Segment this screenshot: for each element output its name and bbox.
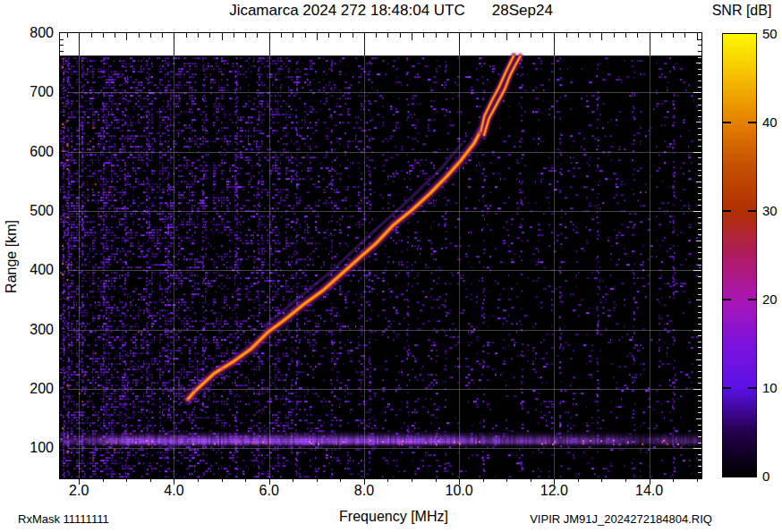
colorbar-tick-mark <box>748 210 756 212</box>
colorbar-tick-label: 40 <box>762 114 778 130</box>
x-minor-tick <box>222 479 223 482</box>
x-minor-tick <box>245 479 246 482</box>
file-id-label: VIPIR JM91J_2024272184804.RIQ <box>465 512 712 526</box>
x-minor-tick <box>650 479 650 485</box>
y-tick-label: 700 <box>20 84 54 100</box>
x-minor-tick <box>103 479 104 482</box>
rxmask-label: RxMask 11111111 <box>18 512 109 526</box>
x-tick-label: 4.0 <box>164 483 183 499</box>
colorbar <box>722 33 757 477</box>
x-minor-tick <box>531 479 531 482</box>
x-tick-label: 12.0 <box>540 483 568 499</box>
x-minor-tick <box>340 479 341 482</box>
x-minor-tick <box>554 479 555 485</box>
y-tick-label: 500 <box>20 203 54 219</box>
x-minor-tick <box>317 479 318 482</box>
x-minor-tick <box>269 479 270 485</box>
colorbar-tick-mark <box>723 122 731 123</box>
colorbar-tick-mark <box>723 299 731 300</box>
colorbar-gradient <box>723 34 756 477</box>
x-minor-tick <box>506 479 507 482</box>
colorbar-tick-label: 10 <box>762 380 778 395</box>
y-axis-label: Range [km] <box>4 220 20 293</box>
x-minor-tick <box>126 479 127 482</box>
x-tick-label: 10.0 <box>446 483 473 499</box>
x-minor-tick <box>625 479 626 482</box>
x-minor-tick <box>174 479 174 485</box>
x-minor-tick <box>198 479 199 482</box>
x-minor-tick <box>412 479 412 482</box>
y-tick-label: 100 <box>20 440 54 456</box>
colorbar-tick-mark <box>723 387 731 389</box>
x-tick-label: 6.0 <box>259 483 279 499</box>
x-minor-tick <box>483 479 484 482</box>
x-minor-tick <box>436 479 437 482</box>
ionogram-plot <box>60 33 701 478</box>
colorbar-tick-label: 0 <box>762 469 769 484</box>
x-minor-tick <box>364 479 365 485</box>
ionogram-page: Jicamarca 2024 272 18:48:04 UTC28Sep24 S… <box>0 0 782 532</box>
x-minor-tick <box>387 479 388 482</box>
x-minor-tick <box>459 479 460 485</box>
chart-title: Jicamarca 2024 272 18:48:04 UTC <box>229 2 465 19</box>
colorbar-tick-label: 30 <box>762 203 778 218</box>
x-minor-tick <box>697 479 698 482</box>
colorbar-title: SNR [dB] <box>701 3 782 19</box>
y-tick-label: 600 <box>20 144 54 160</box>
x-minor-tick <box>578 479 579 482</box>
colorbar-tick-mark <box>748 387 756 389</box>
x-tick-label: 2.0 <box>69 483 89 499</box>
x-minor-tick <box>673 479 674 482</box>
colorbar-tick-label: 50 <box>762 26 778 41</box>
y-tick-label: 400 <box>20 262 54 278</box>
y-tick-label: 800 <box>20 25 54 41</box>
x-tick-label: 8.0 <box>354 483 374 499</box>
x-tick-label: 14.0 <box>635 483 663 499</box>
y-tick-label: 300 <box>20 322 54 338</box>
x-minor-tick <box>601 479 602 482</box>
colorbar-tick-mark <box>723 210 731 212</box>
colorbar-tick-mark <box>748 122 756 123</box>
y-tick-label: 200 <box>20 381 54 397</box>
colorbar-tick-label: 20 <box>762 291 778 307</box>
x-minor-tick <box>150 479 151 482</box>
chart-title-row: Jicamarca 2024 272 18:48:04 UTC28Sep24 <box>0 2 782 20</box>
colorbar-tick-mark <box>748 299 756 300</box>
x-minor-tick <box>79 479 80 485</box>
x-minor-tick <box>293 479 293 482</box>
chart-date: 28Sep24 <box>492 2 553 19</box>
